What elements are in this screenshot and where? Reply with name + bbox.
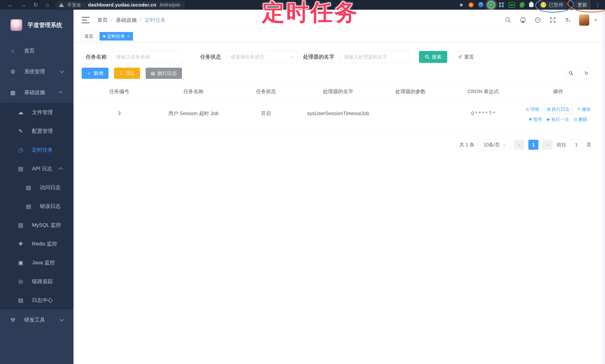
goto-page-input[interactable]: [570, 139, 582, 150]
breadcrumb-home[interactable]: 首页: [97, 16, 108, 24]
browser-menu-icon[interactable]: ⋮: [595, 2, 601, 8]
home-icon: ⌂: [9, 48, 17, 54]
browser-home-icon[interactable]: ⌂: [46, 2, 49, 8]
search-icon[interactable]: [505, 16, 512, 24]
extension-on-badge-icon[interactable]: on: [509, 2, 515, 8]
sidebar-item-scheduled-job[interactable]: ◷ 定时任务: [0, 141, 74, 159]
toggle-search-button[interactable]: [566, 68, 576, 79]
sidebar-item-access-log[interactable]: ▤ 访问日志: [0, 178, 74, 197]
sidebar-item-system[interactable]: ⚙ 系统管理: [0, 61, 74, 82]
window-scrollbar[interactable]: [603, 10, 605, 364]
breadcrumb-separator: /: [140, 17, 142, 23]
row-exec-log-link[interactable]: ▤ 执行日志: [544, 104, 572, 114]
extension-blue-icon[interactable]: [478, 2, 483, 7]
cell-handler-name: sysUserSessionTimeoutJob: [302, 109, 374, 117]
sidebar-item-home[interactable]: ⌂ 首页: [0, 40, 74, 61]
extension-grid-icon[interactable]: [499, 2, 504, 7]
cell-job-status: 开启: [230, 110, 302, 117]
screenshot-root: ← → ↻ ⌂ 不安全 dashboard.yudao.iocoder.cn/i…: [0, 0, 605, 364]
page-size-select[interactable]: 10条/页: [478, 139, 510, 150]
job-name-input[interactable]: [111, 51, 183, 63]
url-host[interactable]: dashboard.yudao.iocoder.cn: [88, 2, 156, 8]
handler-name-input[interactable]: [339, 51, 411, 63]
clock-icon: ◷: [16, 147, 25, 153]
sidebar-item-dev-tools[interactable]: ⚒ 研发工具: [0, 310, 74, 330]
prev-page-button[interactable]: ‹: [514, 140, 524, 150]
sidebar-item-redis-monitor[interactable]: ❖ Redis 监控: [0, 234, 74, 253]
sidebar-item-config-manage[interactable]: ✎ 配置管理: [0, 122, 74, 141]
cell-job-id: 3: [82, 110, 157, 116]
sidebar-submenu-infra: ☁ 文件管理 ✎ 配置管理 ◷ 定时任务 ▤ API 日志 ▤: [0, 103, 74, 310]
exec-log-button[interactable]: ▤ 执行日志: [146, 68, 182, 79]
tools-icon: ⚒: [9, 317, 17, 323]
edit-link[interactable]: ✎ 修改: [577, 106, 591, 112]
table-row: 3 用户 Session 超时 Job 开启 sysUserSessionTim…: [82, 98, 597, 129]
tag-scheduled-job[interactable]: 定时任务 ×: [100, 32, 133, 40]
run-once-link[interactable]: ▶ 执行一次: [547, 117, 569, 122]
refresh-button[interactable]: ↻: [581, 68, 592, 79]
sidebar-item-error-log[interactable]: ▤ 错误日志: [0, 197, 74, 216]
extension-orange-icon[interactable]: [468, 2, 474, 7]
help-icon[interactable]: ?: [534, 16, 541, 24]
app-logo-row[interactable]: 芋道管理系统: [0, 10, 74, 40]
tag-home[interactable]: 首页: [81, 32, 97, 40]
extension-green-icon[interactable]: [488, 2, 494, 8]
sidebar-item-java-monitor[interactable]: ▣ Java 监控: [0, 253, 74, 272]
breadcrumb: 首页 / 基础设施 / 定时任务: [97, 16, 166, 24]
col-header-job-name: 任务名称: [157, 88, 230, 95]
breadcrumb-separator: /: [111, 17, 113, 23]
browser-refresh-icon[interactable]: ↻: [33, 2, 38, 8]
user-avatar[interactable]: [579, 14, 589, 26]
address-bar[interactable]: 不安全 dashboard.yudao.iocoder.cn/infra/job: [55, 1, 185, 9]
list-icon: ▤: [547, 107, 551, 112]
extension-leaf-icon[interactable]: [520, 2, 524, 7]
avatar-caret-icon[interactable]: ▾: [595, 17, 597, 23]
current-page-button[interactable]: 1: [528, 140, 539, 150]
sidebar-item-trace[interactable]: ◎ 链路追踪: [0, 272, 74, 291]
pagination: 共 1 条 10条/页 ‹ 1 › 前往 页: [82, 139, 597, 150]
search-icon: [425, 54, 430, 59]
browser-forward-icon[interactable]: →: [20, 2, 26, 8]
app-logo: [10, 19, 22, 31]
gear-icon: ⚙: [9, 68, 17, 75]
profile-paused-pill[interactable]: 已暂停: [539, 1, 568, 9]
paused-label: 已暂停: [549, 2, 563, 8]
add-button[interactable]: ＋ 新增: [82, 68, 108, 79]
handler-name-label: 处理器的名字: [303, 53, 334, 60]
reset-button[interactable]: ↺ 重置: [452, 51, 480, 63]
pause-link[interactable]: ✖ 暂停: [529, 117, 542, 122]
sidebar-item-log-center[interactable]: ▤ 日志中心: [0, 291, 74, 310]
delete-link[interactable]: ⊟ 删除: [574, 117, 587, 122]
job-status-label: 任务状态: [200, 53, 221, 60]
sidebar-item-api-log[interactable]: ▤ API 日志: [0, 159, 74, 178]
search-button[interactable]: 搜索: [419, 51, 447, 63]
log-icon: ▤: [24, 203, 33, 209]
github-icon[interactable]: [519, 16, 526, 24]
sidebar-item-mysql-monitor[interactable]: ▥ MySQL 监控: [0, 216, 74, 234]
sidebar-item-file-manage[interactable]: ☁ 文件管理: [0, 103, 74, 122]
browser-update-button[interactable]: 更新: [574, 0, 591, 10]
sidebar-toggle-icon[interactable]: [82, 17, 90, 23]
font-size-icon[interactable]: TT: [564, 16, 571, 24]
next-page-button[interactable]: ›: [542, 140, 552, 150]
log-icon: ▤: [16, 165, 25, 172]
col-header-actions: 操作: [519, 88, 597, 95]
extensions-puzzle-icon[interactable]: [529, 3, 534, 7]
bookmark-star-icon[interactable]: ★: [459, 2, 464, 8]
export-button[interactable]: ↧ 导出: [114, 68, 140, 79]
breadcrumb-infra[interactable]: 基础设施: [116, 16, 137, 24]
database-icon: ▥: [16, 222, 25, 228]
svg-text:T: T: [568, 20, 570, 23]
list-icon: ▤: [151, 71, 155, 76]
detail-link[interactable]: ◎ 详细: [526, 106, 539, 112]
chevron-up-icon: [59, 91, 63, 95]
overlay-annotation-title: 定时任务: [262, 0, 359, 28]
job-status-select[interactable]: 请选择任务状态: [226, 51, 298, 63]
close-icon[interactable]: ×: [127, 34, 130, 38]
security-label[interactable]: 不安全: [67, 2, 81, 8]
browser-back-icon[interactable]: ←: [7, 2, 13, 8]
jobs-table: 任务编号 任务名称 任务状态 处理器的名字 处理器的参数 CRON 表达式 操作…: [82, 84, 597, 129]
fullscreen-icon[interactable]: [549, 16, 556, 24]
cloud-icon: ☁: [16, 109, 25, 116]
sidebar-item-infra[interactable]: ▦ 基础设施: [0, 82, 74, 103]
